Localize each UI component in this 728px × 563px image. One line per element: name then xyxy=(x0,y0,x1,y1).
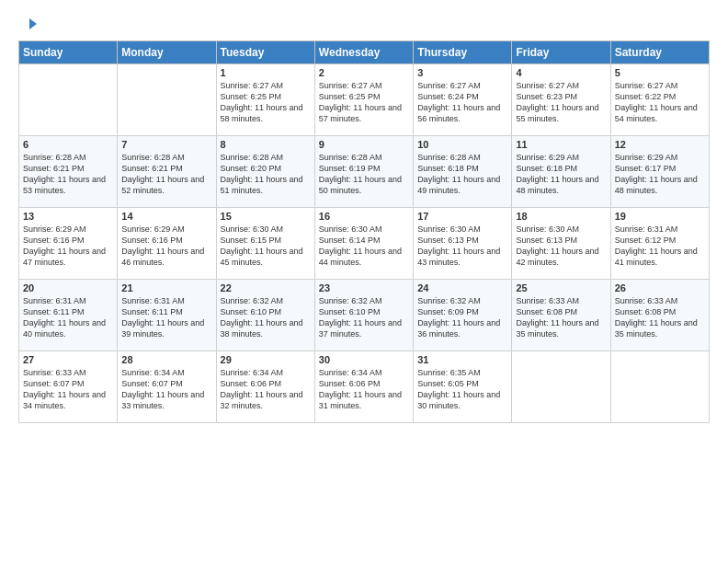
day-number: 28 xyxy=(121,354,211,365)
day-header-saturday: Saturday xyxy=(610,41,709,64)
cell-info: Sunrise: 6:30 AMSunset: 6:13 PMDaylight:… xyxy=(417,224,507,269)
day-number: 12 xyxy=(615,139,705,150)
day-number: 11 xyxy=(516,139,606,150)
calendar-cell xyxy=(512,351,610,423)
day-header-tuesday: Tuesday xyxy=(216,41,314,64)
day-header-sunday: Sunday xyxy=(19,41,118,64)
day-number: 29 xyxy=(221,354,311,365)
cell-info: Sunrise: 6:34 AMSunset: 6:06 PMDaylight:… xyxy=(319,367,409,412)
calendar-week-row: 6Sunrise: 6:28 AMSunset: 6:21 PMDaylight… xyxy=(19,136,710,208)
day-number: 10 xyxy=(417,139,507,150)
cell-info: Sunrise: 6:31 AMSunset: 6:11 PMDaylight:… xyxy=(121,295,211,340)
cell-info: Sunrise: 6:29 AMSunset: 6:16 PMDaylight:… xyxy=(23,224,113,269)
cell-info: Sunrise: 6:32 AMSunset: 6:09 PMDaylight:… xyxy=(417,295,507,340)
cell-info: Sunrise: 6:32 AMSunset: 6:10 PMDaylight:… xyxy=(319,295,409,340)
calendar-header-row: SundayMondayTuesdayWednesdayThursdayFrid… xyxy=(19,41,710,64)
cell-info: Sunrise: 6:33 AMSunset: 6:07 PMDaylight:… xyxy=(23,367,113,412)
calendar-week-row: 27Sunrise: 6:33 AMSunset: 6:07 PMDayligh… xyxy=(19,351,710,423)
cell-info: Sunrise: 6:28 AMSunset: 6:20 PMDaylight:… xyxy=(221,152,311,197)
calendar-cell: 31Sunrise: 6:35 AMSunset: 6:05 PMDayligh… xyxy=(414,351,512,423)
calendar-cell xyxy=(19,64,118,136)
cell-info: Sunrise: 6:34 AMSunset: 6:07 PMDaylight:… xyxy=(121,367,211,412)
calendar-cell: 4Sunrise: 6:27 AMSunset: 6:23 PMDaylight… xyxy=(512,64,610,136)
day-number: 8 xyxy=(221,139,311,150)
calendar-cell: 23Sunrise: 6:32 AMSunset: 6:10 PMDayligh… xyxy=(314,280,413,351)
calendar-week-row: 13Sunrise: 6:29 AMSunset: 6:16 PMDayligh… xyxy=(19,208,710,280)
cell-info: Sunrise: 6:31 AMSunset: 6:12 PMDaylight:… xyxy=(615,224,705,269)
day-number: 20 xyxy=(23,282,113,293)
day-number: 31 xyxy=(417,354,507,365)
day-header-thursday: Thursday xyxy=(414,41,512,64)
calendar-cell: 28Sunrise: 6:34 AMSunset: 6:07 PMDayligh… xyxy=(118,351,216,423)
day-header-monday: Monday xyxy=(118,41,216,64)
day-number: 16 xyxy=(319,211,409,222)
cell-info: Sunrise: 6:30 AMSunset: 6:14 PMDaylight:… xyxy=(319,224,409,269)
day-number: 4 xyxy=(516,67,606,78)
day-number: 26 xyxy=(615,282,705,293)
calendar-cell xyxy=(118,64,216,136)
calendar-cell: 10Sunrise: 6:28 AMSunset: 6:18 PMDayligh… xyxy=(414,136,512,208)
day-number: 7 xyxy=(121,139,211,150)
calendar-cell: 7Sunrise: 6:28 AMSunset: 6:21 PMDaylight… xyxy=(118,136,216,208)
cell-info: Sunrise: 6:29 AMSunset: 6:17 PMDaylight:… xyxy=(615,152,705,197)
cell-info: Sunrise: 6:33 AMSunset: 6:08 PMDaylight:… xyxy=(516,295,606,340)
calendar-cell: 18Sunrise: 6:30 AMSunset: 6:13 PMDayligh… xyxy=(512,208,610,280)
logo xyxy=(18,17,39,31)
day-number: 1 xyxy=(221,67,311,78)
calendar-cell: 29Sunrise: 6:34 AMSunset: 6:06 PMDayligh… xyxy=(216,351,314,423)
calendar-cell: 12Sunrise: 6:29 AMSunset: 6:17 PMDayligh… xyxy=(610,136,709,208)
cell-info: Sunrise: 6:28 AMSunset: 6:21 PMDaylight:… xyxy=(23,152,113,197)
cell-info: Sunrise: 6:30 AMSunset: 6:13 PMDaylight:… xyxy=(516,224,606,269)
logo-flag-icon xyxy=(20,17,39,35)
cell-info: Sunrise: 6:27 AMSunset: 6:24 PMDaylight:… xyxy=(417,80,507,125)
calendar-cell: 30Sunrise: 6:34 AMSunset: 6:06 PMDayligh… xyxy=(314,351,413,423)
calendar-cell: 2Sunrise: 6:27 AMSunset: 6:25 PMDaylight… xyxy=(314,64,413,136)
cell-info: Sunrise: 6:27 AMSunset: 6:25 PMDaylight:… xyxy=(319,80,409,125)
cell-info: Sunrise: 6:30 AMSunset: 6:15 PMDaylight:… xyxy=(221,224,311,269)
cell-info: Sunrise: 6:28 AMSunset: 6:21 PMDaylight:… xyxy=(121,152,211,197)
cell-info: Sunrise: 6:33 AMSunset: 6:08 PMDaylight:… xyxy=(615,295,705,340)
day-header-wednesday: Wednesday xyxy=(314,41,413,64)
calendar-cell: 6Sunrise: 6:28 AMSunset: 6:21 PMDaylight… xyxy=(19,136,118,208)
calendar-cell: 17Sunrise: 6:30 AMSunset: 6:13 PMDayligh… xyxy=(414,208,512,280)
day-number: 15 xyxy=(221,211,311,222)
calendar-cell: 9Sunrise: 6:28 AMSunset: 6:19 PMDaylight… xyxy=(314,136,413,208)
calendar-cell: 26Sunrise: 6:33 AMSunset: 6:08 PMDayligh… xyxy=(610,280,709,351)
calendar-week-row: 20Sunrise: 6:31 AMSunset: 6:11 PMDayligh… xyxy=(19,280,710,351)
calendar-cell: 8Sunrise: 6:28 AMSunset: 6:20 PMDaylight… xyxy=(216,136,314,208)
cell-info: Sunrise: 6:29 AMSunset: 6:18 PMDaylight:… xyxy=(516,152,606,197)
cell-info: Sunrise: 6:31 AMSunset: 6:11 PMDaylight:… xyxy=(23,295,113,340)
cell-info: Sunrise: 6:35 AMSunset: 6:05 PMDaylight:… xyxy=(417,367,507,412)
calendar-cell: 22Sunrise: 6:32 AMSunset: 6:10 PMDayligh… xyxy=(216,280,314,351)
cell-info: Sunrise: 6:28 AMSunset: 6:19 PMDaylight:… xyxy=(319,152,409,197)
cell-info: Sunrise: 6:27 AMSunset: 6:23 PMDaylight:… xyxy=(516,80,606,125)
svg-marker-0 xyxy=(29,18,37,29)
calendar-cell: 24Sunrise: 6:32 AMSunset: 6:09 PMDayligh… xyxy=(414,280,512,351)
cell-info: Sunrise: 6:34 AMSunset: 6:06 PMDaylight:… xyxy=(221,367,311,412)
cell-info: Sunrise: 6:27 AMSunset: 6:25 PMDaylight:… xyxy=(221,80,311,125)
calendar-cell: 27Sunrise: 6:33 AMSunset: 6:07 PMDayligh… xyxy=(19,351,118,423)
calendar-cell: 25Sunrise: 6:33 AMSunset: 6:08 PMDayligh… xyxy=(512,280,610,351)
calendar-page: SundayMondayTuesdayWednesdayThursdayFrid… xyxy=(0,0,728,563)
day-number: 6 xyxy=(23,139,113,150)
calendar-cell: 15Sunrise: 6:30 AMSunset: 6:15 PMDayligh… xyxy=(216,208,314,280)
calendar-cell: 13Sunrise: 6:29 AMSunset: 6:16 PMDayligh… xyxy=(19,208,118,280)
calendar-cell: 16Sunrise: 6:30 AMSunset: 6:14 PMDayligh… xyxy=(314,208,413,280)
calendar-cell: 20Sunrise: 6:31 AMSunset: 6:11 PMDayligh… xyxy=(19,280,118,351)
day-number: 21 xyxy=(121,282,211,293)
calendar-cell: 1Sunrise: 6:27 AMSunset: 6:25 PMDaylight… xyxy=(216,64,314,136)
cell-info: Sunrise: 6:27 AMSunset: 6:22 PMDaylight:… xyxy=(615,80,705,125)
calendar-week-row: 1Sunrise: 6:27 AMSunset: 6:25 PMDaylight… xyxy=(19,64,710,136)
day-number: 18 xyxy=(516,211,606,222)
header xyxy=(18,17,710,31)
calendar-cell xyxy=(610,351,709,423)
cell-info: Sunrise: 6:29 AMSunset: 6:16 PMDaylight:… xyxy=(121,224,211,269)
day-number: 25 xyxy=(516,282,606,293)
day-number: 23 xyxy=(319,282,409,293)
calendar-table: SundayMondayTuesdayWednesdayThursdayFrid… xyxy=(18,40,710,423)
calendar-cell: 14Sunrise: 6:29 AMSunset: 6:16 PMDayligh… xyxy=(118,208,216,280)
day-number: 5 xyxy=(615,67,705,78)
calendar-cell: 5Sunrise: 6:27 AMSunset: 6:22 PMDaylight… xyxy=(610,64,709,136)
day-number: 24 xyxy=(417,282,507,293)
day-number: 17 xyxy=(417,211,507,222)
